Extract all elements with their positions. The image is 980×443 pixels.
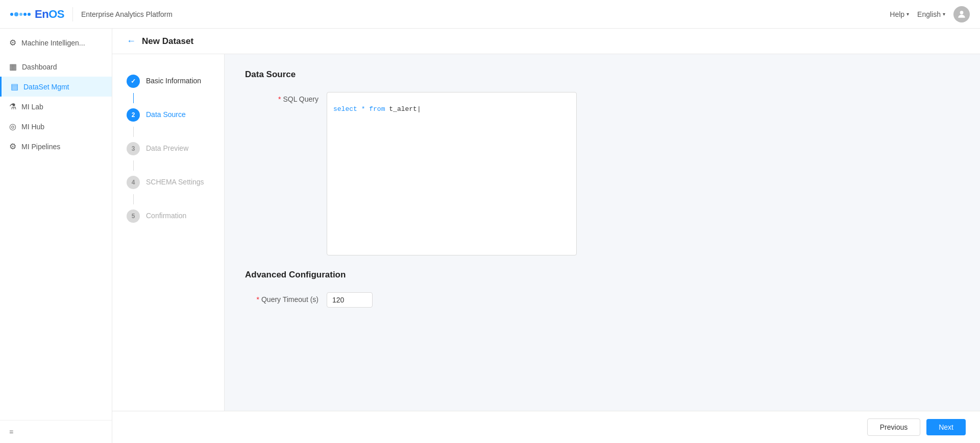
sidebar-nav: ⚙ Machine Intelligen... ▦ Dashboard ▤ Da… [0,29,112,420]
step-connector-1 [133,93,134,103]
step-basic-info[interactable]: ✓ Basic Information [112,69,224,93]
step-circle-3: 3 [127,142,140,155]
step-label-5: Confirmation [146,209,186,220]
form-panel: Data Source *SQL Query select * from t_a… [225,54,980,411]
step-confirmation[interactable]: 5 Confirmation [112,204,224,228]
steps-panel: ✓ Basic Information 2 Data Source 3 Data… [112,54,225,411]
page-header: ← New Dataset [112,29,980,54]
step-data-preview[interactable]: 3 Data Preview [112,137,224,160]
dot4 [23,13,27,16]
dashboard-icon: ▦ [9,62,17,72]
sidebar-item-dataset-mgmt[interactable]: ▤ DataSet Mgmt [0,77,112,97]
avatar[interactable] [953,6,970,22]
query-timeout-row: *Query Timeout (s) [245,292,960,308]
dot5 [28,13,31,16]
sql-keyword-from: from [369,105,385,113]
logo-dots [10,12,31,16]
step-label-4: SCHEMA Settings [146,176,204,186]
sql-keyword-star: * [361,105,365,113]
previous-button[interactable]: Previous [867,418,920,436]
back-button[interactable]: ← [127,36,136,46]
dot2 [14,12,18,16]
sql-query-label: *SQL Query [245,92,327,103]
advanced-config-section: Advanced Configuration *Query Timeout (s… [245,270,960,308]
sidebar-module-label: ⚙ Machine Intelligen... [0,33,112,53]
step-label-1: Basic Information [146,75,201,85]
sidebar-collapse-button[interactable]: ≡ [0,420,112,443]
steps-form-layout: ✓ Basic Information 2 Data Source 3 Data… [112,54,980,411]
sql-cursor [417,105,421,113]
app-title: Enterprise Analytics Platform [81,10,173,18]
sql-table-name: t_alert [389,105,417,113]
step-label-3: Data Preview [146,142,188,152]
timeout-required-star: * [257,295,259,304]
dot1 [10,13,13,16]
step-schema-settings[interactable]: 4 SCHEMA Settings [112,171,224,194]
step-connector-4 [133,194,134,204]
sidebar-item-mi-lab[interactable]: ⚗ MI Lab [0,97,112,116]
content-area: ← New Dataset ✓ Basic Information 2 Da [112,29,980,443]
sidebar-item-dashboard[interactable]: ▦ Dashboard [0,57,112,77]
logo: EnOS [10,8,64,21]
sql-editor[interactable]: select * from t_alert [327,92,577,255]
sql-keyword-select: select [333,105,357,113]
logo-text: EnOS [35,8,64,21]
header-divider [72,7,73,21]
step-circle-4: 4 [127,176,140,189]
footer: Previous Next [112,411,980,443]
step-label-2: Data Source [146,108,186,119]
sql-query-row: *SQL Query select * from t_alert [245,92,960,255]
collapse-icon: ≡ [9,428,13,436]
page-title: New Dataset [142,36,193,46]
sidebar-item-mi-pipelines[interactable]: ⚙ MI Pipelines [0,136,112,156]
dot3 [19,13,22,16]
module-icon: ⚙ [9,38,16,48]
mi-pipelines-icon: ⚙ [9,142,16,151]
help-button[interactable]: Help [890,10,909,18]
query-timeout-input[interactable] [327,292,373,308]
step-data-source[interactable]: 2 Data Source [112,103,224,127]
mi-hub-icon: ◎ [9,122,16,131]
step-circle-2: 2 [127,108,140,122]
dataset-mgmt-icon: ▤ [11,82,18,91]
language-button[interactable]: English [917,10,945,18]
step-connector-2 [133,127,134,137]
sql-required-star: * [278,95,281,103]
query-timeout-label: *Query Timeout (s) [245,292,327,304]
step-connector-3 [133,160,134,171]
sidebar-item-mi-hub[interactable]: ◎ MI Hub [0,116,112,136]
step-circle-5: 5 [127,209,140,223]
next-button[interactable]: Next [926,419,966,435]
mi-lab-icon: ⚗ [9,102,16,111]
sidebar: ⚙ Machine Intelligen... ▦ Dashboard ▤ Da… [0,29,112,443]
sql-editor-wrapper: select * from t_alert [327,92,577,255]
svg-point-0 [960,11,964,14]
step-circle-1: ✓ [127,75,140,88]
advanced-config-title: Advanced Configuration [245,270,960,280]
data-source-title: Data Source [245,69,960,80]
